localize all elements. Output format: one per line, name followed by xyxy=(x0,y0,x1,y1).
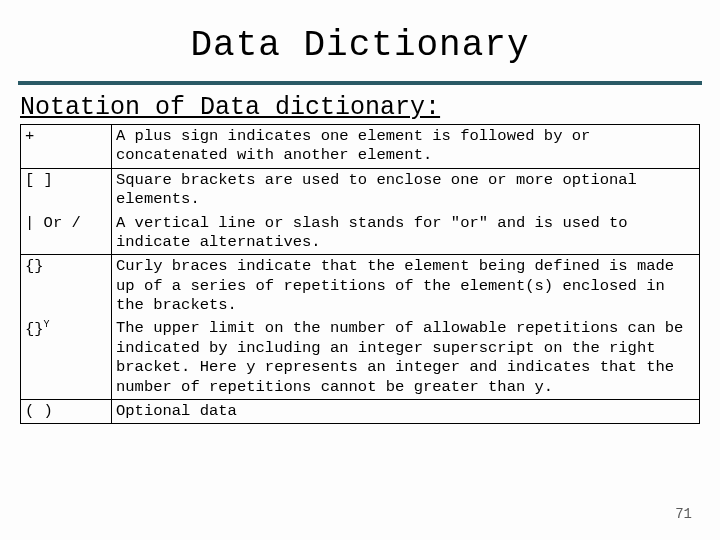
desc-cell: Square brackets are used to enclose one … xyxy=(112,168,700,211)
table-row: {}Y The upper limit on the number of all… xyxy=(21,317,700,399)
symbol-cell: {} xyxy=(21,255,112,318)
title-rule xyxy=(18,81,702,85)
symbol-cell: ( ) xyxy=(21,399,112,423)
table-row: | Or / A vertical line or slash stands f… xyxy=(21,212,700,255)
symbol-base: {} xyxy=(25,321,44,339)
table-row: + A plus sign indicates one element is f… xyxy=(21,125,700,169)
slide: Data Dictionary Notation of Data diction… xyxy=(0,0,720,540)
table-row: ( ) Optional data xyxy=(21,399,700,423)
symbol-cell: | Or / xyxy=(21,212,112,255)
symbol-cell: [ ] xyxy=(21,168,112,211)
desc-cell: The upper limit on the number of allowab… xyxy=(112,317,700,399)
symbol-cell: + xyxy=(21,125,112,169)
page-number: 71 xyxy=(675,506,692,522)
desc-cell: Curly braces indicate that the element b… xyxy=(112,255,700,318)
desc-cell: Optional data xyxy=(112,399,700,423)
symbol-superscript: Y xyxy=(44,319,50,330)
section-subtitle: Notation of Data dictionary: xyxy=(20,93,700,122)
desc-cell: A plus sign indicates one element is fol… xyxy=(112,125,700,169)
desc-cell: A vertical line or slash stands for "or"… xyxy=(112,212,700,255)
table-row: {} Curly braces indicate that the elemen… xyxy=(21,255,700,318)
table-row: [ ] Square brackets are used to enclose … xyxy=(21,168,700,211)
symbol-cell: {}Y xyxy=(21,317,112,399)
page-title: Data Dictionary xyxy=(20,25,700,66)
notation-table: + A plus sign indicates one element is f… xyxy=(20,124,700,424)
